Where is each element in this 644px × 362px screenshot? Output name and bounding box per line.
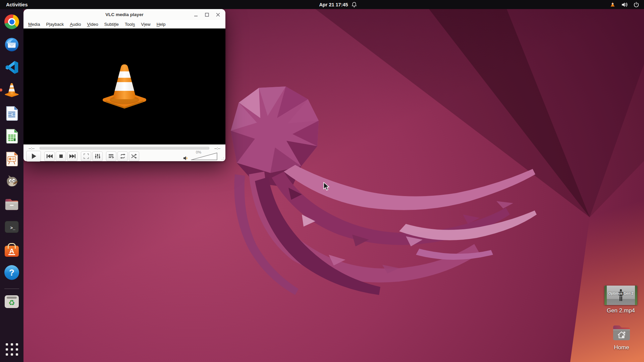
clock-label: Apr 21 17:45 xyxy=(319,2,348,7)
vlc-controls-area: --:-- --:-- xyxy=(23,144,225,161)
minimize-icon xyxy=(194,13,198,17)
menu-subtitle[interactable]: Subtitle xyxy=(101,20,122,28)
desktop-icon-gen2-mp4[interactable]: Optimus Gen 2 Gen 2.mp4 xyxy=(600,286,641,314)
terminal-icon: >_ xyxy=(5,221,19,233)
dock-item-ubuntu-software[interactable]: A xyxy=(4,242,20,258)
menu-view[interactable]: View xyxy=(138,20,153,28)
window-title: VLC media player xyxy=(105,12,143,17)
close-icon xyxy=(216,13,220,17)
volume-group: 0% xyxy=(183,152,223,161)
activities-button[interactable]: Activities xyxy=(0,0,34,9)
desktop-icon-home[interactable]: Home xyxy=(602,323,641,351)
mouse-cursor xyxy=(323,182,332,191)
power-tray-icon[interactable] xyxy=(633,2,639,8)
system-tray xyxy=(609,0,644,9)
playlist-button[interactable] xyxy=(106,152,116,161)
robot-figure xyxy=(618,289,624,302)
file-label: Gen 2.mp4 xyxy=(607,307,635,314)
play-button[interactable] xyxy=(26,151,41,162)
home-folder-icon xyxy=(611,323,632,342)
menu-playback[interactable]: Playback xyxy=(43,20,67,28)
thumbnail-plant-left xyxy=(604,286,607,305)
menu-video[interactable]: Video xyxy=(84,20,101,28)
thunderbird-icon xyxy=(4,37,19,52)
previous-icon xyxy=(46,154,53,159)
files-icon xyxy=(4,197,19,211)
dock: >_ A ? ♻ xyxy=(0,9,23,362)
libreoffice-calc-icon xyxy=(4,128,19,143)
play-icon xyxy=(30,153,37,160)
dock-item-terminal[interactable]: >_ xyxy=(4,219,20,235)
dock-item-vscode[interactable] xyxy=(4,59,20,75)
stop-icon xyxy=(59,154,63,158)
loop-icon xyxy=(120,154,126,159)
next-button[interactable] xyxy=(67,152,77,161)
loop-button[interactable] xyxy=(117,152,128,161)
show-applications-button[interactable] xyxy=(4,341,20,357)
dock-item-help[interactable]: ? xyxy=(4,264,20,281)
dock-item-thunderbird[interactable] xyxy=(4,37,20,53)
volume-tray-icon[interactable] xyxy=(621,2,628,8)
vlc-window: VLC media player Media Playback xyxy=(23,9,225,161)
libreoffice-impress-icon xyxy=(4,151,19,166)
vlc-cone-logo xyxy=(102,62,147,111)
dock-item-vlc[interactable] xyxy=(4,82,20,98)
menu-media[interactable]: Media xyxy=(25,20,43,28)
playlist-group xyxy=(106,152,139,161)
help-question-glyph: ? xyxy=(9,267,14,278)
minimize-button[interactable] xyxy=(192,11,200,19)
folder-label: Home xyxy=(614,344,629,351)
fullscreen-button[interactable] xyxy=(81,152,91,161)
resize-grip[interactable] xyxy=(221,157,224,160)
gimp-icon xyxy=(4,174,19,189)
vlc-running-indicator xyxy=(0,88,2,92)
seek-slider[interactable] xyxy=(40,147,209,149)
fullscreen-icon xyxy=(84,154,89,159)
previous-button[interactable] xyxy=(44,152,55,161)
maximize-icon xyxy=(205,13,209,17)
playlist-icon xyxy=(108,154,114,159)
video-thumbnail: Optimus Gen 2 xyxy=(604,286,637,305)
thumbnail-caption: Optimus Gen 2 xyxy=(604,291,637,295)
vscode-icon xyxy=(4,60,19,75)
top-bar: Activities Apr 21 17:45 xyxy=(0,0,644,9)
volume-slider[interactable] xyxy=(191,152,218,161)
equalizer-icon xyxy=(95,154,101,159)
dock-separator xyxy=(4,289,19,289)
extended-settings-button[interactable] xyxy=(92,152,103,161)
chrome-icon xyxy=(4,14,19,29)
vlc-menubar: Media Playback Audio Video Subtitle Tool… xyxy=(23,20,225,28)
clock-button[interactable]: Apr 21 17:45 xyxy=(319,0,357,9)
apps-grid-icon xyxy=(6,343,18,356)
menu-audio[interactable]: Audio xyxy=(67,20,84,28)
vlc-tray-icon[interactable] xyxy=(609,1,616,8)
help-icon: ? xyxy=(4,265,19,280)
dock-item-libreoffice-impress[interactable] xyxy=(4,150,20,167)
thumbnail-plant-right xyxy=(635,286,637,305)
stop-button[interactable] xyxy=(56,152,66,161)
remaining-time: --:-- xyxy=(212,146,223,150)
notification-bell-icon xyxy=(352,2,357,8)
software-letter-glyph: A xyxy=(9,247,14,255)
menu-help[interactable]: Help xyxy=(154,20,169,28)
dock-item-libreoffice-writer[interactable] xyxy=(4,105,20,121)
speaker-mute-icon[interactable] xyxy=(183,156,188,161)
volume-percent-label: 0% xyxy=(196,150,201,154)
dock-item-chrome[interactable] xyxy=(4,14,20,30)
dock-item-gimp[interactable] xyxy=(4,173,20,189)
dock-item-libreoffice-calc[interactable] xyxy=(4,128,20,144)
view-group xyxy=(81,152,103,161)
recycle-glyph: ♻ xyxy=(8,299,15,307)
shuffle-icon xyxy=(131,154,137,159)
dock-item-files[interactable] xyxy=(4,196,20,212)
close-button[interactable] xyxy=(214,11,222,19)
maximize-button[interactable] xyxy=(203,11,211,19)
random-button[interactable] xyxy=(129,152,139,161)
menu-tools[interactable]: Tools xyxy=(122,20,138,28)
vlc-icon xyxy=(4,82,19,98)
ubuntu-software-icon: A xyxy=(5,246,19,257)
window-controls xyxy=(192,9,222,20)
dock-item-trash[interactable]: ♻ xyxy=(4,294,20,310)
vlc-titlebar[interactable]: VLC media player xyxy=(23,9,225,20)
video-area[interactable] xyxy=(23,28,225,144)
